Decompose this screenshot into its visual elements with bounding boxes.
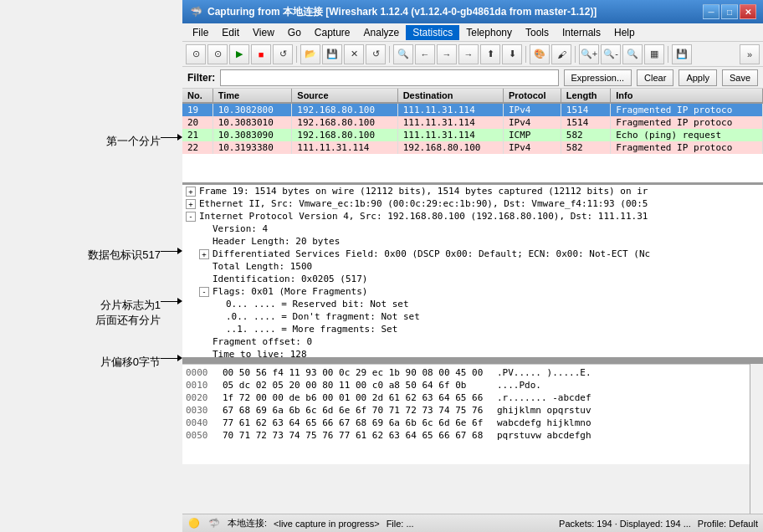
annotation-more-fragments: 分片标志为1 后面还有分片: [0, 298, 182, 328]
detail-line[interactable]: -Internet Protocol Version 4, Src: 192.1…: [182, 210, 763, 223]
detail-line[interactable]: 0... .... = Reserved bit: Not set: [182, 298, 763, 310]
detail-text: Ethernet II, Src: Vmware_ec:1b:90 (00:0c…: [199, 198, 648, 209]
file-info: File: ...: [387, 519, 414, 529]
expand-collapse-icon[interactable]: +: [186, 199, 196, 209]
save-filter-button[interactable]: Save: [722, 69, 758, 86]
col-info[interactable]: Info: [611, 89, 763, 103]
tb-forward-btn[interactable]: →: [437, 44, 457, 64]
menu-capture[interactable]: Capture: [308, 25, 357, 40]
detail-line[interactable]: +Differentiated Services Field: 0x00 (DS…: [182, 248, 763, 260]
detail-line[interactable]: Identification: 0x0205 (517): [182, 273, 763, 285]
hex-ascii: wabcdefg hijklmno: [497, 417, 591, 428]
expand-collapse-icon[interactable]: +: [199, 249, 209, 259]
tb-goto-btn[interactable]: →: [458, 44, 479, 64]
expression-button[interactable]: Expression...: [564, 69, 632, 86]
packet-detail[interactable]: +Frame 19: 1514 bytes on wire (12112 bit…: [182, 185, 763, 360]
detail-line[interactable]: +Frame 19: 1514 bytes on wire (12112 bit…: [182, 185, 763, 197]
table-row[interactable]: 2210.3193380111.11.31.114192.168.80.100I…: [182, 141, 763, 154]
col-time[interactable]: Time: [213, 89, 292, 103]
tb-top-btn[interactable]: ⬆: [480, 44, 500, 64]
col-source[interactable]: Source: [292, 89, 397, 103]
apply-button[interactable]: Apply: [679, 69, 717, 86]
tb-resize-btn[interactable]: ▦: [644, 44, 664, 64]
filter-input[interactable]: [220, 69, 558, 86]
tb-stop-btn[interactable]: ■: [251, 44, 271, 64]
tb-zoom-reset-btn[interactable]: 🔍: [622, 44, 643, 64]
detail-line[interactable]: Version: 4: [182, 223, 763, 235]
menu-edit[interactable]: Edit: [215, 25, 246, 40]
hex-scrollbar[interactable]: [750, 364, 763, 532]
toolbar: ⊙ ⊙ ▶ ■ ↺ 📂 💾 ✕ ↺ 🔍 ← → → ⬆ ⬇ 🎨 🖌 🔍+ 🔍- …: [182, 42, 763, 67]
tb-options-btn[interactable]: ⊙: [207, 44, 228, 64]
menu-bar: File Edit View Go Capture Analyze Statis…: [182, 23, 763, 42]
table-row[interactable]: 2010.3083010192.168.80.100111.11.31.114I…: [182, 116, 763, 129]
detail-line[interactable]: Fragment offset: 0: [182, 335, 763, 348]
menu-internals[interactable]: Internals: [556, 25, 607, 40]
menu-help[interactable]: Help: [607, 25, 642, 40]
expand-collapse-icon[interactable]: -: [186, 212, 196, 222]
detail-line[interactable]: -Flags: 0x01 (More Fragments): [182, 285, 763, 298]
detail-text: Total Length: 1500: [213, 261, 312, 272]
tb-coloring-btn[interactable]: 🎨: [530, 44, 550, 64]
tb-close-btn[interactable]: ✕: [344, 44, 364, 64]
close-button[interactable]: ✕: [740, 4, 756, 19]
col-length[interactable]: Length: [561, 89, 610, 103]
tb-zoom-out-btn[interactable]: 🔍-: [601, 44, 621, 64]
menu-tools[interactable]: Tools: [519, 25, 556, 40]
tb-find-btn[interactable]: 🔍: [393, 44, 413, 64]
tb-start-btn[interactable]: ▶: [229, 44, 249, 64]
hex-bytes: 70 71 72 73 74 75 76 77 61 62 63 64 65 6…: [223, 430, 490, 441]
col-no[interactable]: No.: [182, 89, 213, 103]
detail-text: Identification: 0x0205 (517): [213, 274, 367, 284]
detail-text: Header Length: 20 bytes: [213, 236, 340, 247]
tb-interfaces-btn[interactable]: ⊙: [186, 44, 206, 64]
hex-bytes: 00 50 56 f4 11 93 00 0c 29 ec 1b 90 08 0…: [223, 367, 490, 378]
tb-open-btn[interactable]: 📂: [300, 44, 320, 64]
tb-back-btn[interactable]: ←: [415, 44, 435, 64]
detail-line[interactable]: Time to live: 128: [182, 348, 763, 360]
hex-row: 000000 50 56 f4 11 93 00 0c 29 ec 1b 90 …: [186, 366, 746, 379]
status-bar: 🟡 🦈 本地连接: <live capture in progress> Fil…: [182, 514, 763, 532]
detail-line[interactable]: ..1. .... = More fragments: Set: [182, 323, 763, 335]
menu-telephony[interactable]: Telephony: [459, 25, 519, 40]
maximize-button[interactable]: □: [721, 4, 738, 19]
hex-ascii: .r....... -abcdef: [497, 392, 591, 403]
tb-restart-btn[interactable]: ↺: [273, 44, 293, 64]
toolbar-sep-4: [575, 46, 576, 63]
packet-list[interactable]: No. Time Source Destination Protocol Len…: [182, 89, 763, 185]
minimize-button[interactable]: ─: [703, 4, 719, 19]
tb-more-btn[interactable]: »: [740, 44, 760, 64]
filter-bar: Filter: Expression... Clear Apply Save: [182, 67, 763, 89]
hex-row: 004077 61 62 63 64 65 66 67 68 69 6a 6b …: [186, 417, 746, 429]
packets-info: Packets: 194 · Displayed: 194 ...: [559, 519, 691, 529]
table-row[interactable]: 1910.3082800192.168.80.100111.11.31.114I…: [182, 103, 763, 116]
detail-line[interactable]: Total Length: 1500: [182, 260, 763, 273]
menu-file[interactable]: File: [186, 25, 215, 40]
tb-capture-filter-btn[interactable]: 💾: [672, 44, 692, 64]
detail-line[interactable]: +Ethernet II, Src: Vmware_ec:1b:90 (00:0…: [182, 197, 763, 210]
detail-line[interactable]: Header Length: 20 bytes: [182, 235, 763, 248]
menu-analyze[interactable]: Analyze: [357, 25, 407, 40]
col-protocol[interactable]: Protocol: [504, 89, 561, 103]
clear-button[interactable]: Clear: [637, 69, 673, 86]
col-destination[interactable]: Destination: [397, 89, 503, 103]
tb-zoom-in-btn[interactable]: 🔍+: [579, 44, 599, 64]
hex-ascii: .PV..... ).....E.: [497, 367, 591, 378]
menu-view[interactable]: View: [246, 25, 281, 40]
hex-offset: 0030: [186, 405, 216, 416]
capture-status: <live capture in progress>: [274, 519, 380, 529]
menu-go[interactable]: Go: [281, 25, 308, 40]
hex-dump: 000000 50 56 f4 11 93 00 0c 29 ec 1b 90 …: [182, 364, 750, 464]
table-row[interactable]: 2110.3083090192.168.80.100111.11.31.114I…: [182, 129, 763, 141]
expand-collapse-icon[interactable]: +: [186, 187, 196, 197]
detail-line[interactable]: .0.. .... = Don't fragment: Not set: [182, 310, 763, 323]
hex-bytes: 67 68 69 6a 6b 6c 6d 6e 6f 70 71 72 73 7…: [223, 405, 490, 416]
menu-statistics[interactable]: Statistics: [406, 25, 459, 40]
hex-row: 003067 68 69 6a 6b 6c 6d 6e 6f 70 71 72 …: [186, 404, 746, 417]
expand-collapse-icon[interactable]: -: [199, 287, 209, 297]
tb-bottom-btn[interactable]: ⬇: [502, 44, 522, 64]
tb-save-btn[interactable]: 💾: [322, 44, 342, 64]
tb-reload-btn[interactable]: ↺: [366, 44, 386, 64]
connection-name: 本地连接:: [228, 517, 267, 529]
tb-coloring2-btn[interactable]: 🖌: [551, 44, 571, 64]
